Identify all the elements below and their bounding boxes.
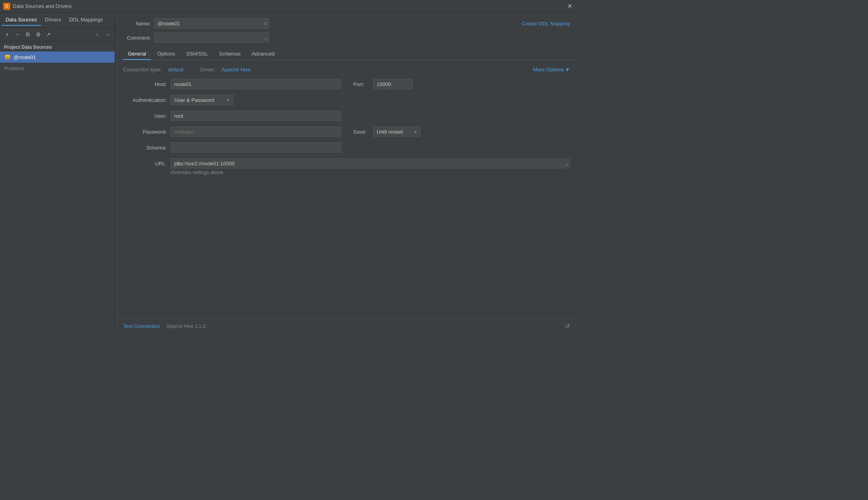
title-bar-left: D Data Sources and Drivers — [3, 3, 72, 10]
url-hint: Overrides settings above — [171, 170, 570, 175]
conn-separator — [188, 67, 195, 73]
footer-version: Apache Hive 3.1.3 — [166, 324, 205, 329]
back-button[interactable]: ← — [92, 30, 102, 39]
left-panel: Data Sources Drivers DDL Mappings + − ⧉ … — [0, 13, 115, 333]
name-label: Name: — [123, 21, 151, 27]
app-icon: D — [3, 3, 10, 10]
user-label: User: — [123, 113, 167, 119]
right-header: Name: ⊙ Create DDL Mapping Comment: ⤢ — [115, 13, 578, 47]
problems-label: Problems — [4, 66, 24, 71]
schema-row: Schema: — [123, 142, 570, 153]
name-icon-button[interactable]: ⊙ — [264, 21, 268, 26]
footer: Test Connection Apache Hive 3.1.3 ↺ — [115, 318, 578, 333]
conn-type-value[interactable]: default — [168, 67, 183, 73]
url-input[interactable] — [171, 158, 570, 169]
user-row: User: — [123, 111, 570, 121]
tab-drivers[interactable]: Drivers — [41, 14, 65, 26]
url-input-wrapper: ⤢ — [171, 158, 570, 169]
datasource-item-node01[interactable]: @node01 — [0, 52, 115, 63]
remove-button[interactable]: − — [13, 30, 22, 39]
driver-value[interactable]: Apache Hive — [221, 67, 251, 73]
tab-general[interactable]: General — [123, 48, 151, 60]
toolbar: + − ⧉ ⚙ ↗ ← → — [0, 28, 115, 41]
add-button[interactable]: + — [2, 30, 12, 39]
save-label: Save: — [353, 129, 369, 135]
tab-advanced[interactable]: Advanced — [247, 48, 279, 60]
forward-button[interactable]: → — [103, 30, 112, 39]
connection-info-row: Connection type: default Driver: Apache … — [123, 67, 570, 73]
more-options-label: More Options — [533, 67, 564, 73]
port-input[interactable] — [373, 79, 413, 89]
tab-data-sources[interactable]: Data Sources — [2, 14, 41, 26]
close-button[interactable]: ✕ — [565, 2, 575, 11]
save-select[interactable]: Until restart Forever For session Never — [373, 126, 421, 137]
tab-options[interactable]: Options — [152, 48, 180, 60]
schema-input[interactable] — [171, 142, 341, 153]
auth-label: Authentication: — [123, 97, 167, 103]
conn-type-label: Connection type: — [123, 67, 162, 73]
url-label: URL: — [123, 161, 167, 167]
tab-ssh-ssl[interactable]: SSH/SSL — [181, 48, 213, 60]
host-row: Host: Port: — [123, 79, 570, 89]
more-options-arrow: ▼ — [565, 67, 570, 73]
password-input[interactable] — [171, 126, 341, 137]
external-button[interactable]: ↗ — [44, 30, 53, 39]
toolbar-nav: ← → — [92, 30, 112, 39]
comment-expand-button[interactable]: ⤢ — [264, 37, 268, 41]
host-input[interactable] — [171, 79, 341, 89]
auth-dropdown-wrapper: User & Password No auth Username Windows… — [171, 95, 233, 105]
password-label: Password: — [123, 129, 167, 135]
test-connection-button[interactable]: Test Connection — [123, 323, 160, 329]
header-fields: Name: ⊙ Create DDL Mapping Comment: ⤢ — [123, 18, 570, 47]
app-title: Data Sources and Drivers — [13, 3, 72, 9]
datasource-icon — [4, 54, 11, 61]
url-row: URL: ⤢ Overrides settings above — [123, 158, 570, 175]
auth-select[interactable]: User & Password No auth Username Windows… — [171, 95, 233, 105]
create-ddl-link[interactable]: Create DDL Mapping — [522, 21, 570, 27]
comment-row: Comment: ⤢ — [123, 33, 570, 43]
port-label: Port: — [353, 81, 369, 87]
project-data-sources-header: Project Data Sources — [0, 41, 115, 52]
auth-row: Authentication: User & Password No auth … — [123, 95, 570, 105]
main-container: Data Sources Drivers DDL Mappings + − ⧉ … — [0, 13, 578, 333]
copy-button[interactable]: ⧉ — [23, 30, 33, 39]
problems-section: Problems — [0, 63, 115, 75]
schema-label: Schema: — [123, 145, 167, 151]
tab-schemas[interactable]: Schemas — [214, 48, 245, 60]
tab-ddl-mappings[interactable]: DDL Mappings — [65, 14, 107, 26]
datasource-label: @node01 — [13, 54, 36, 60]
name-row: Name: ⊙ Create DDL Mapping — [123, 18, 570, 29]
comment-input[interactable] — [154, 33, 269, 43]
host-label: Host: — [123, 81, 167, 87]
url-row-inner: URL: ⤢ — [123, 158, 570, 169]
comment-input-wrapper: ⤢ — [154, 33, 269, 43]
name-input[interactable] — [154, 18, 269, 29]
password-row: Password: Save: Until restart Forever Fo… — [123, 126, 570, 137]
right-panel: Name: ⊙ Create DDL Mapping Comment: ⤢ — [115, 13, 578, 333]
more-options-button[interactable]: More Options ▼ — [533, 67, 570, 73]
settings-button[interactable]: ⚙ — [33, 30, 43, 39]
comment-label: Comment: — [123, 35, 151, 41]
url-expand-button[interactable]: ⤢ — [565, 163, 568, 167]
name-input-wrapper: ⊙ — [154, 18, 269, 29]
content-area: Connection type: default Driver: Apache … — [115, 60, 578, 318]
right-tabs: General Options SSH/SSL Schemas Advanced — [115, 48, 578, 60]
left-tabs: Data Sources Drivers DDL Mappings — [0, 13, 115, 28]
driver-label: Driver: — [200, 67, 215, 73]
title-bar: D Data Sources and Drivers ✕ — [0, 0, 578, 13]
save-select-wrapper: Until restart Forever For session Never … — [373, 126, 421, 137]
user-input[interactable] — [171, 111, 341, 121]
refresh-button[interactable]: ↺ — [565, 322, 570, 330]
